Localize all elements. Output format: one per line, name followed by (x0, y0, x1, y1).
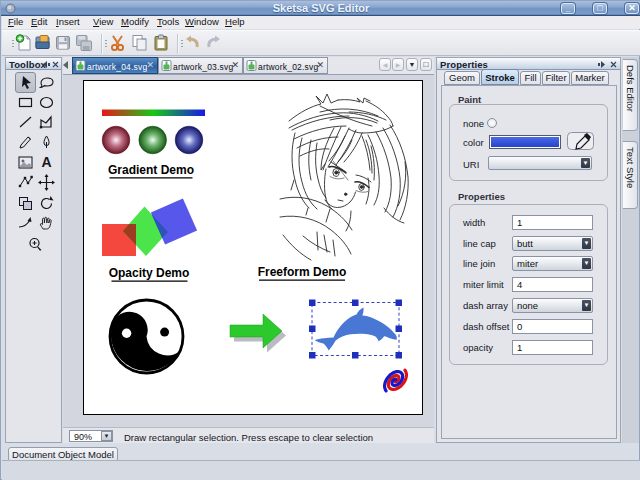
svg-text:Gradient Demo: Gradient Demo (108, 163, 194, 177)
svg-text:Freeform Demo: Freeform Demo (258, 265, 347, 279)
svg-text:Opacity Demo: Opacity Demo (109, 266, 190, 280)
svg-text:A: A (41, 154, 51, 170)
